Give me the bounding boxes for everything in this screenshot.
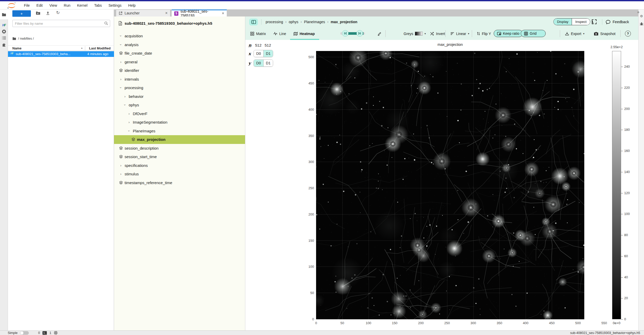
y-dim-d1[interactable]: D1 [263,60,273,66]
tree-item-specifications[interactable]: ›specifications [114,161,245,170]
sidebar-item-toc[interactable] [0,36,8,40]
column-name[interactable]: Name [12,46,21,50]
snapshot-button[interactable]: Snapshot [594,27,615,40]
tree-item-ImageSegmentation[interactable]: ›ImageSegmentation [114,118,245,127]
domain-min-handle[interactable] [342,30,349,37]
display-mode-button[interactable]: Display [554,19,572,25]
tree-item-intervals[interactable]: ›intervals [114,75,245,84]
vis-toolbar: Matrix Line Heatmap [245,27,638,40]
grid-toggle[interactable]: Grid [521,30,546,37]
feedback-button[interactable]: Feedback [606,16,629,27]
kernel-chip-icon[interactable] [54,331,58,335]
close-icon[interactable]: × [165,11,168,15]
colorbar-tick-label: 60 [624,254,628,258]
menu-item-view[interactable]: View [46,3,60,7]
vis-tab-line[interactable]: Line [273,27,286,40]
tree-item-file_create_date[interactable]: file_create_date [114,49,245,58]
refresh-button[interactable]: ↻ [56,10,60,15]
domain-slider[interactable] [340,30,365,37]
new-folder-button[interactable] [36,11,40,15]
x-tick-label: 50 [336,321,349,325]
file-row-selected[interactable]: HF sub-408021_ses-758519303_beha... 4 mi… [8,51,114,57]
menu-item-kernel[interactable]: Kernel [74,3,91,7]
close-icon[interactable]: × [222,11,224,16]
tree-item-general[interactable]: ›general [114,58,245,66]
upload-button[interactable] [46,11,50,15]
tree-item-ophys[interactable]: ›ophys [114,101,245,109]
crumb-processing[interactable]: processing [266,20,283,24]
chevron-collapsed-icon: › [127,120,131,124]
divider [445,30,446,37]
heatmap-icon [293,32,298,36]
fullscreen-icon [591,19,597,24]
inspect-mode-button[interactable]: Inspect [572,19,590,25]
keep-ratio-toggle[interactable]: Keep ratio [494,30,523,37]
dim-size-row: n 512 512 [248,43,273,48]
edit-domain-button[interactable] [377,27,382,40]
vis-tab-matrix[interactable]: Matrix [250,27,266,40]
y-dim-d0[interactable]: D0 [254,60,263,66]
breadcrumb-bar: processing›ophys›PlaneImages›max_project… [245,16,638,27]
x-dim-d0[interactable]: D0 [254,50,263,57]
tree-item-stimulus[interactable]: ›stimulus [114,170,245,178]
breadcrumb[interactable]: / nwbfiles / [12,37,34,40]
tree-item-max_projection[interactable]: max_projection [114,135,245,144]
tree-item-timestamps_reference_time[interactable]: timestamps_reference_time [114,178,245,187]
crumb-max_projection[interactable]: max_projection [331,20,357,24]
invert-colormap-button[interactable]: Invert [430,27,445,40]
crumb-PlaneImages[interactable]: PlaneImages [304,20,325,24]
menu-item-settings[interactable]: Settings [105,3,125,7]
tree-item-behavior[interactable]: ›behavior [114,92,245,101]
flip-y-label: Flip Y [482,32,491,36]
colorbar-tick-mark [621,88,623,88]
tree-item-label: PlaneImages [133,129,155,133]
x-dim-d1[interactable]: D1 [263,50,273,57]
menu-item-run[interactable]: Run [60,3,74,7]
right-activity-bar: ⚙⚙ [638,10,644,330]
menu-item-help[interactable]: Help [125,3,139,7]
sidebar-item-property-inspector[interactable]: ⚙⚙ [639,12,644,20]
tree-item-processing[interactable]: ›processing [114,83,245,92]
tree-item-DfOverF[interactable]: ›DfOverF [114,109,245,118]
flip-y-button[interactable]: Flip Y [477,27,491,40]
vis-tab-label: Matrix [256,32,266,36]
simple-mode-toggle[interactable] [20,331,29,335]
colormap-selector[interactable]: Greys ▾ [404,27,426,40]
tree-item-session_description[interactable]: session_description [114,144,245,153]
sidebar-item-file-browser[interactable] [0,10,8,19]
sidebar-item-debugger[interactable] [639,20,644,28]
colorbar[interactable] [612,51,621,319]
sidebar-item-extensions[interactable] [0,42,8,47]
x-tick-label: 100 [362,321,375,325]
menubar: FileEditViewRunKernelTabsSettingsHelp [0,1,644,10]
scale-selector[interactable]: Linear ▾ [450,27,469,40]
h5-file-title[interactable]: sub-408021_ses-758519303_behavior+ophys.… [114,19,245,27]
tree-item-acquisition[interactable]: ›acquisition [114,32,245,40]
toggle-explorer-button[interactable] [249,19,258,25]
tree-item-PlaneImages[interactable]: ›PlaneImages [114,127,245,135]
menu-item-file[interactable]: File [21,3,33,7]
tree-item-identifier[interactable]: identifier [114,66,245,75]
tree-item-analysis[interactable]: ›analysis [114,40,245,49]
menu-item-edit[interactable]: Edit [33,3,46,7]
heatmap-image[interactable] [316,51,584,319]
help-button[interactable]: ? [625,31,631,37]
vis-tab-heatmap[interactable]: Heatmap [293,27,315,40]
tab-launcher[interactable]: Launcher × [116,10,170,16]
domain-max-handle[interactable] [356,30,363,37]
terminal-icon[interactable]: $_ [42,331,47,335]
fullscreen-button[interactable] [591,19,597,24]
line-icon [273,32,277,36]
column-last-modified[interactable]: Last Modified [89,46,111,50]
tree-item-session_start_time[interactable]: session_start_time [114,152,245,161]
sort-asc-icon[interactable]: ▲ [81,47,83,49]
sidebar-item-hdf5[interactable]: HF [0,23,8,27]
tree-item-label: max_projection [137,137,166,142]
tab-h5-file[interactable]: 5 sub-408021_ses-7585193 × [172,10,227,16]
sidebar-item-running[interactable] [0,29,8,34]
file-filter-input[interactable] [15,20,102,27]
new-launcher-button[interactable]: + [12,10,31,17]
export-menu[interactable]: Export ▾ [565,27,585,40]
crumb-ophys[interactable]: ophys [289,20,298,24]
menu-item-tabs[interactable]: Tabs [91,3,105,7]
